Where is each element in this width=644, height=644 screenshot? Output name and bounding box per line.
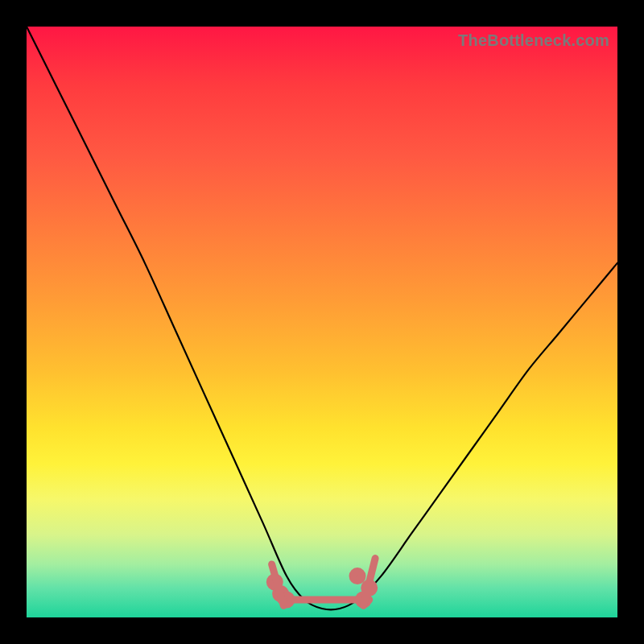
svg-point-3: [353, 572, 362, 581]
plot-area: TheBottleneck.com: [27, 27, 617, 617]
chart-overlay: [27, 27, 617, 617]
bottleneck-curve: [27, 27, 617, 609]
chart-frame: TheBottleneck.com: [0, 0, 644, 644]
sweet-spot-cluster: [270, 559, 375, 606]
